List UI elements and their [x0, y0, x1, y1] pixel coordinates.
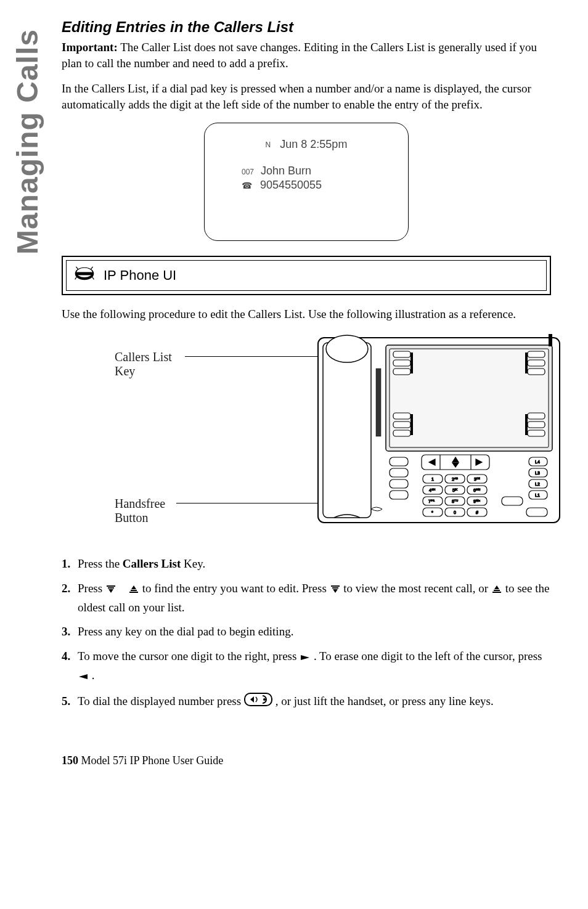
svg-rect-20: [528, 413, 545, 419]
page-number: 150: [62, 754, 78, 767]
svg-marker-79: [333, 589, 338, 593]
svg-text:L4: L4: [535, 460, 540, 464]
display-status-n: N: [266, 141, 271, 149]
svg-rect-16: [525, 353, 528, 373]
svg-text:L3: L3: [535, 471, 540, 475]
svg-rect-22: [528, 430, 545, 436]
step-2: Press to find the entry you want to edit…: [62, 579, 551, 617]
callers-list-bold: Callers List: [123, 557, 181, 570]
sidebar-tab-label: Managing Calls: [10, 29, 44, 255]
display-datetime: N Jun 8 2:55pm: [205, 138, 408, 151]
svg-rect-23: [410, 414, 413, 435]
svg-text:3ᴰᴱ: 3ᴰᴱ: [474, 477, 480, 481]
svg-marker-80: [494, 585, 499, 589]
section-heading: Editing Entries in the Callers List: [62, 18, 551, 36]
handsfree-button-label: Handsfree Button: [115, 497, 165, 525]
intro-important-label: Important:: [62, 41, 118, 54]
svg-marker-83: [301, 655, 309, 660]
svg-text:#: #: [476, 510, 478, 515]
step-3: Press any key on the dial pad to begin e…: [62, 622, 551, 640]
steps-list: Press the Callers List Key. Press to fin…: [62, 555, 551, 711]
svg-text:1: 1: [431, 477, 434, 481]
phone-icon: ☎: [242, 181, 252, 190]
svg-rect-18: [393, 422, 410, 428]
page-footer: 150 Model 57i IP Phone User Guide: [62, 754, 551, 792]
intro-paragraph: Important: The Caller List does not save…: [62, 39, 551, 71]
entry-number: 9054550055: [260, 179, 322, 191]
svg-rect-85: [245, 693, 272, 706]
svg-rect-25: [390, 457, 408, 466]
ip-phone-ui-label: IP Phone UI: [104, 267, 176, 283]
step-5: To dial the displayed number press , or …: [62, 692, 551, 712]
entry-index: 007: [242, 168, 254, 176]
svg-rect-27: [390, 479, 408, 488]
svg-rect-26: [390, 468, 408, 477]
svg-rect-68: [502, 497, 523, 505]
page-content: Editing Entries in the Callers List Impo…: [62, 0, 551, 792]
sidebar-tab: Managing Calls: [10, 12, 44, 271]
svg-rect-4: [323, 343, 371, 518]
svg-rect-6: [376, 369, 381, 436]
ip-phone-ui-box: IP Phone UI: [62, 256, 551, 295]
svg-text:L2: L2: [535, 482, 540, 486]
svg-rect-69: [526, 508, 547, 516]
svg-text:6ᴹᴺ: 6ᴹᴺ: [473, 488, 480, 492]
svg-rect-11: [393, 369, 410, 375]
arrow-up-icon: [491, 581, 502, 598]
svg-point-5: [326, 335, 368, 362]
footer-title: Model 57i IP Phone User Guide: [78, 754, 223, 767]
speaker-button-icon: [244, 693, 272, 711]
svg-rect-24: [525, 414, 528, 435]
svg-rect-9: [393, 351, 410, 357]
svg-text:0: 0: [454, 510, 456, 515]
svg-text:9ᵂˣ: 9ᵂˣ: [473, 499, 480, 503]
ip-phone-ui-inner: IP Phone UI: [66, 260, 547, 291]
svg-marker-74: [131, 585, 136, 589]
arrow-down-icon: [330, 581, 341, 598]
svg-text:5ᴶᴷ: 5ᴶᴷ: [452, 488, 457, 492]
phone-device-drawing: 1 2ᴬᴮ 3ᴰᴱ 4ᴳᴴ 5ᴶᴷ 6ᴹᴺ 7ᴾᴿ 8ᵀᵁ 9ᵂˣ * 0 # …: [317, 332, 561, 529]
callers-list-key-label: Callers List Key: [115, 350, 172, 378]
svg-text:7ᴾᴿ: 7ᴾᴿ: [428, 499, 435, 503]
svg-rect-13: [528, 360, 545, 366]
svg-rect-14: [528, 369, 545, 375]
intro-rest: The Caller List does not save changes. E…: [62, 41, 537, 70]
svg-text:4ᴳᴴ: 4ᴳᴴ: [429, 488, 435, 492]
entry-name: John Burn: [261, 165, 311, 177]
svg-rect-15: [410, 353, 413, 373]
svg-text:8ᵀᵁ: 8ᵀᵁ: [452, 499, 458, 503]
svg-marker-84: [79, 674, 88, 679]
svg-text:2ᴬᴮ: 2ᴬᴮ: [452, 477, 458, 481]
procedure-intro: Use the following procedure to edit the …: [62, 306, 551, 322]
step-1: Press the Callers List Key.: [62, 555, 551, 573]
display-entry: 007 John Burn ☎ 9054550055: [242, 164, 322, 193]
phone-clip-icon: [74, 266, 95, 285]
svg-point-87: [263, 698, 266, 701]
svg-rect-12: [528, 351, 545, 357]
svg-rect-10: [393, 360, 410, 366]
arrow-up-icon: [128, 581, 139, 598]
arrow-down-icon: [105, 581, 116, 598]
svg-rect-8: [390, 349, 549, 447]
arrow-right-icon: [300, 648, 311, 666]
display-datetime-text: Jun 8 2:55pm: [280, 138, 347, 150]
svg-rect-17: [393, 413, 410, 419]
svg-rect-21: [528, 422, 545, 428]
step-4: To move the cursor one digit to the righ…: [62, 647, 551, 686]
phone-illustration-wrap: Callers List Key Handsfree Button: [62, 332, 551, 541]
arrow-left-icon: [78, 667, 89, 685]
svg-marker-73: [108, 589, 113, 593]
svg-rect-70: [549, 334, 552, 346]
svg-rect-28: [390, 491, 408, 499]
svg-rect-2: [76, 272, 92, 275]
prefix-paragraph: In the Callers List, if a dial pad key i…: [62, 81, 551, 112]
svg-rect-19: [393, 430, 410, 436]
svg-text:*: *: [431, 510, 433, 515]
svg-text:L1: L1: [535, 493, 540, 497]
phone-display: N Jun 8 2:55pm 007 John Burn ☎ 905455005…: [204, 123, 409, 241]
